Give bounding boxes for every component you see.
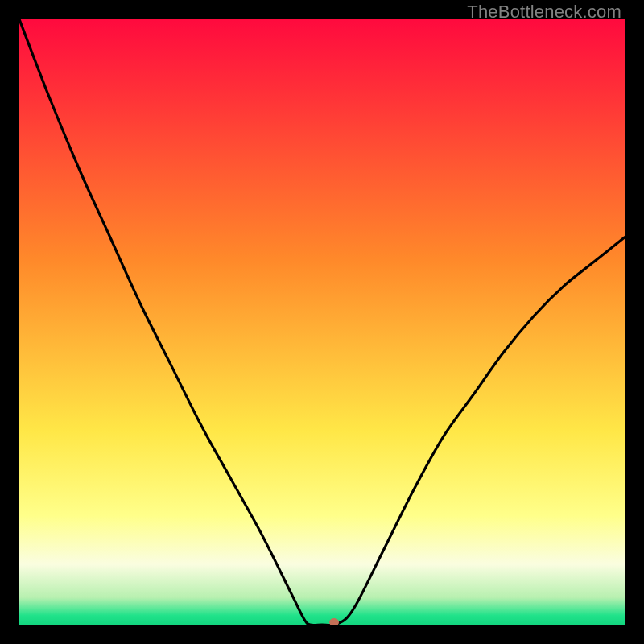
gradient-bg	[19, 19, 625, 625]
bottleneck-chart	[19, 19, 625, 625]
chart-root: TheBottleneck.com	[0, 0, 644, 644]
plot-area	[19, 19, 625, 625]
